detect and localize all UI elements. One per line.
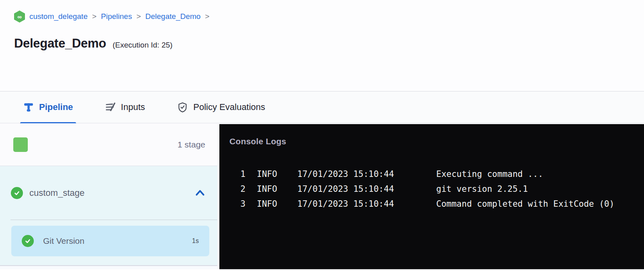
stages-panel-footer (0, 265, 217, 269)
tab-policy-evaluations[interactable]: Policy Evaluations (174, 91, 268, 123)
tab-policy-evaluations-label: Policy Evaluations (193, 102, 265, 112)
breadcrumb-separator: > (205, 12, 209, 21)
step-name-label: Git Version (43, 236, 85, 246)
breadcrumb-link-pipelines[interactable]: Pipelines (101, 12, 132, 21)
tab-inputs[interactable]: Inputs (102, 91, 148, 123)
tab-inputs-label: Inputs (121, 102, 145, 112)
breadcrumb: ∞ custom_delegate > Pipelines > Delegate… (14, 10, 644, 23)
log-message: git version 2.25.1 (436, 184, 528, 194)
breadcrumb-link-project[interactable]: custom_delegate (29, 12, 88, 21)
stage-status-square-icon (13, 137, 28, 152)
execution-id-label: (Execution Id: 25) (113, 41, 173, 50)
execution-content: 1 stage custom_stage (0, 123, 644, 269)
policy-shield-icon (177, 102, 188, 113)
stage-count-label: 1 stage (178, 140, 205, 150)
console-logs-title: Console Logs (229, 137, 644, 146)
log-message: Command completed with ExitCode (0) (436, 199, 615, 209)
harness-project-logo-icon: ∞ (14, 10, 25, 23)
breadcrumb-separator: > (92, 12, 97, 21)
success-check-icon (11, 187, 23, 199)
log-level: INFO (257, 169, 277, 179)
log-level: INFO (257, 184, 277, 194)
console-log-lines: 1 INFO 17/01/2023 15:10:44 Executing com… (229, 166, 644, 211)
log-line-number: 3 (229, 199, 246, 209)
step-duration-label: 1s (192, 237, 199, 245)
execution-tabbar: Pipeline Inputs Policy Evaluations (0, 91, 644, 123)
tab-pipeline[interactable]: Pipeline (20, 91, 76, 123)
stage-name-label: custom_stage (29, 188, 85, 198)
log-timestamp: 17/01/2023 15:10:44 (297, 184, 394, 194)
breadcrumb-separator: > (136, 12, 141, 21)
step-row-git-version[interactable]: Git Version 1s (11, 226, 209, 256)
tab-pipeline-label: Pipeline (39, 102, 73, 112)
stage-divider (10, 220, 217, 220)
log-timestamp: 17/01/2023 15:10:44 (297, 169, 394, 179)
log-timestamp: 17/01/2023 15:10:44 (297, 199, 394, 209)
stages-panel-header: 1 stage (0, 123, 217, 166)
log-line-number: 1 (229, 169, 246, 179)
success-check-icon (22, 235, 34, 247)
chevron-up-icon[interactable] (195, 189, 205, 197)
breadcrumb-link-pipeline-name[interactable]: Delegate_Demo (145, 12, 200, 21)
log-line: 1 INFO 17/01/2023 15:10:44 Executing com… (229, 166, 644, 181)
log-line-number: 2 (229, 184, 246, 194)
log-level: INFO (257, 199, 277, 209)
log-line: 2 INFO 17/01/2023 15:10:44 git version 2… (229, 181, 644, 196)
active-tab-underline (20, 122, 76, 123)
stage-section: custom_stage Git Version 1s (0, 166, 217, 265)
stage-row-custom-stage[interactable]: custom_stage (0, 166, 217, 220)
log-message: Executing command ... (436, 169, 543, 179)
console-logs-panel: Console Logs 1 INFO 17/01/2023 15:10:44 … (219, 124, 644, 269)
stages-panel: 1 stage custom_stage (0, 123, 217, 269)
log-line: 3 INFO 17/01/2023 15:10:44 Command compl… (229, 196, 644, 211)
inputs-icon (105, 102, 116, 112)
page-title: Delegate_Demo (14, 36, 106, 51)
page-header: ∞ custom_delegate > Pipelines > Delegate… (0, 0, 644, 91)
pipeline-icon (23, 102, 34, 112)
